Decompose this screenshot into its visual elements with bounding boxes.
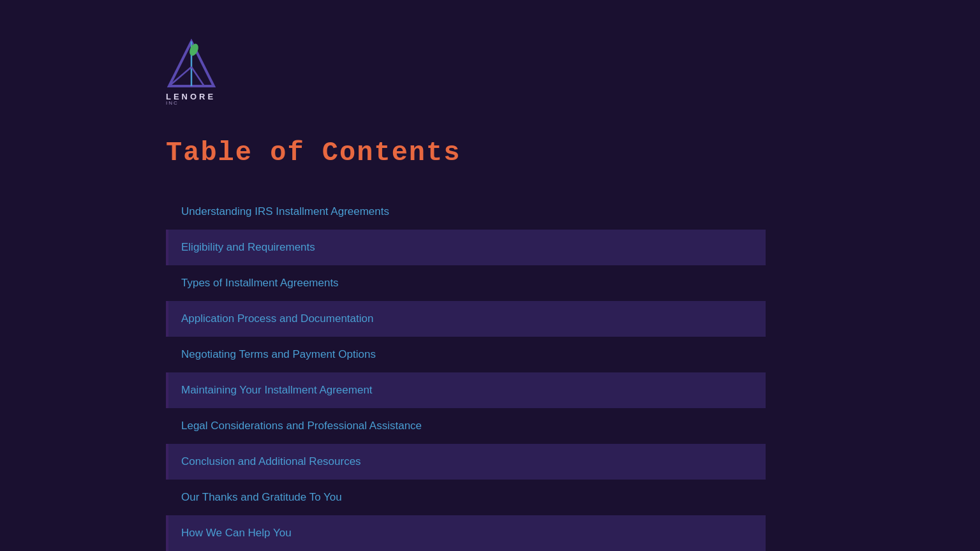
logo-icon	[166, 38, 217, 89]
svg-line-2	[169, 67, 191, 86]
toc-item-9[interactable]: Our Thanks and Gratitude To You	[166, 480, 766, 515]
toc-item-4[interactable]: Application Process and Documentation	[166, 301, 766, 337]
svg-line-3	[191, 67, 204, 86]
toc-title: Table of Contents	[166, 138, 814, 168]
toc-item-8[interactable]: Conclusion and Additional Resources	[166, 444, 766, 480]
toc-item-2[interactable]: Eligibility and Requirements	[166, 230, 766, 265]
toc-item-1[interactable]: Understanding IRS Installment Agreements	[166, 194, 766, 230]
toc-item-7[interactable]: Legal Considerations and Professional As…	[166, 408, 766, 444]
logo-subtext: INC	[166, 100, 179, 106]
toc-list: Understanding IRS Installment Agreements…	[166, 194, 766, 551]
logo-area: LENORE INC	[166, 26, 814, 106]
toc-item-3[interactable]: Types of Installment Agreements	[166, 265, 766, 301]
page-container: LENORE INC Table of Contents Understandi…	[0, 0, 980, 551]
toc-item-5[interactable]: Negotiating Terms and Payment Options	[166, 337, 766, 372]
toc-item-10[interactable]: How We Can Help You	[166, 515, 766, 551]
toc-item-6[interactable]: Maintaining Your Installment Agreement	[166, 372, 766, 408]
